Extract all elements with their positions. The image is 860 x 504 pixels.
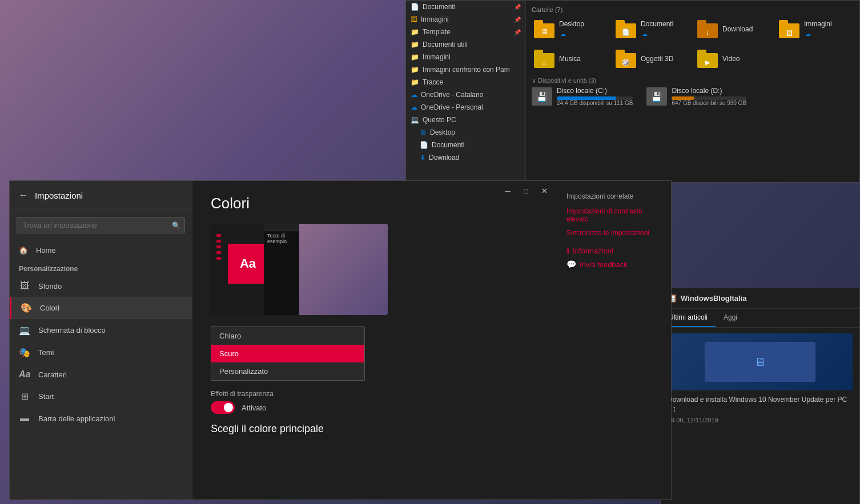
barra-icon: ▬ bbox=[19, 413, 30, 424]
preview-landscape bbox=[299, 224, 388, 315]
home-label: Home bbox=[36, 246, 56, 255]
related-link-contrasto[interactable]: Impostazioni di contrasto elevato bbox=[566, 207, 662, 223]
sidebar-item-label: Template bbox=[423, 28, 451, 36]
folders-grid-2: ♫ Musica 🎲 Oggetti 3D ▶ bbox=[532, 47, 854, 70]
sidebar-item-docutili[interactable]: 📁 Documenti utili bbox=[406, 38, 525, 51]
toggle-thumb bbox=[224, 403, 233, 412]
info-icon: ℹ bbox=[566, 246, 569, 255]
disk-name: Disco locale (C:) bbox=[557, 87, 633, 95]
news-header: 🪟 WindowsBlogItalia bbox=[661, 288, 859, 309]
folder-desktop[interactable]: 🖥 Desktop ☁ bbox=[532, 18, 609, 41]
nav-label: Caratteri bbox=[38, 370, 67, 379]
sidebar-item-sfondo[interactable]: 🖼 Sfondo bbox=[10, 275, 192, 297]
folder-oggetti3d[interactable]: 🎲 Oggetti 3D bbox=[613, 47, 690, 70]
sidebar-item-temi[interactable]: 🎭 Temi bbox=[10, 341, 192, 364]
related-title: Impostazioni correlate bbox=[566, 192, 662, 200]
news-tab-aggi[interactable]: Aggi bbox=[716, 309, 745, 327]
colori-icon: 🎨 bbox=[21, 303, 32, 313]
informazioni-row[interactable]: ℹ Informazioni bbox=[566, 246, 662, 255]
preview-dark-strip: Testo di esempio bbox=[264, 224, 299, 315]
news-article-image: 🖥 bbox=[668, 333, 853, 390]
start-icon: ⊞ bbox=[19, 391, 30, 402]
news-brand: WindowsBlogItalia bbox=[681, 294, 746, 303]
sidebar-item-documenti-nav[interactable]: 📄 Documenti bbox=[406, 139, 525, 151]
settings-title: Impostazioni bbox=[35, 191, 83, 200]
sidebar-item-download-nav[interactable]: ⬇ Download bbox=[406, 151, 525, 164]
folder-video[interactable]: ▶ Video bbox=[695, 47, 772, 70]
schermata-icon: 💻 bbox=[19, 325, 30, 336]
theme-dropdown[interactable]: Chiaro Scuro Personalizzato bbox=[211, 326, 365, 381]
sidebar-item-label: Download bbox=[429, 154, 459, 162]
folder-name: Oggetti 3D bbox=[641, 55, 673, 63]
news-article-text: Download e installa Windows 10 November … bbox=[668, 395, 853, 414]
preview-bars bbox=[216, 234, 221, 260]
sidebar-item-documenti1[interactable]: 📄 Documenti 📌 bbox=[406, 1, 525, 13]
folder-musica[interactable]: ♫ Musica bbox=[532, 47, 609, 70]
related-link-sincronizza[interactable]: Sincronizza le impostazioni bbox=[566, 229, 662, 237]
preview-aa-box: Aa bbox=[228, 244, 268, 284]
minimize-button[interactable]: ─ bbox=[500, 184, 516, 197]
file-explorer-sidebar: 📄 Documenti 📌 🖼 Immagini 📌 📁 Template 📌 … bbox=[406, 1, 526, 183]
disk-info: Disco locale (D:) 647 GB disponibili su … bbox=[672, 87, 746, 106]
sidebar-item-colori[interactable]: 🎨 Colori bbox=[10, 297, 192, 319]
settings-search-bar: 🔍 bbox=[17, 217, 185, 233]
disk-d[interactable]: 💾 Disco locale (D:) 647 GB disponibili s… bbox=[646, 87, 746, 106]
sidebar-item-label: Documenti bbox=[432, 141, 464, 149]
monitor-icon: 🖥 bbox=[754, 356, 766, 369]
sidebar-item-barra[interactable]: ▬ Barra delle applicazioni bbox=[10, 408, 192, 429]
sidebar-item-home[interactable]: 🏠 Home bbox=[10, 240, 192, 260]
transparency-toggle[interactable] bbox=[211, 401, 235, 414]
preview-sample-text: Testo di esempio bbox=[264, 231, 299, 247]
folder-name: Video bbox=[722, 55, 740, 63]
sidebar-item-onedrivecatalano[interactable]: ☁ OneDrive - Catalano bbox=[406, 88, 525, 101]
sidebar-item-label: OneDrive - Catalano bbox=[421, 91, 483, 99]
sidebar-item-label: Desktop bbox=[430, 128, 455, 136]
feedback-label: Invia feedback bbox=[580, 260, 628, 269]
devices-section-title[interactable]: ∨ Dispositivi e unità (3) bbox=[532, 77, 854, 84]
pin-icon: 📌 bbox=[514, 4, 521, 10]
sidebar-item-desktop-nav[interactable]: 🖥 Desktop bbox=[406, 126, 525, 139]
sidebar-item-start[interactable]: ⊞ Start bbox=[10, 385, 192, 408]
dropdown-item-chiaro[interactable]: Chiaro bbox=[211, 327, 364, 345]
sidebar-item-immaginiconfronto[interactable]: 📁 Immagini confronto con Pam bbox=[406, 63, 525, 76]
settings-main-content: ─ □ ✕ Colori Aa bbox=[192, 181, 557, 499]
sidebar-item-immagini1[interactable]: 🖼 Immagini 📌 bbox=[406, 13, 525, 26]
sidebar-item-onedrivePersonal[interactable]: ☁ OneDrive - Personal bbox=[406, 101, 525, 114]
sidebar-item-immagini2[interactable]: 📁 Immagini bbox=[406, 51, 525, 63]
cloud-icon: ☁ bbox=[642, 31, 648, 37]
folder-documenti[interactable]: 📄 Documenti ☁ bbox=[613, 18, 690, 41]
folder-download[interactable]: ↓ Download bbox=[695, 18, 772, 41]
search-icon: 🔍 bbox=[172, 221, 180, 229]
sidebar-item-schermata[interactable]: 💻 Schermata di blocco bbox=[10, 319, 192, 341]
folder-name: Download bbox=[722, 25, 753, 33]
disk-name: Disco locale (D:) bbox=[672, 87, 746, 95]
nav-label: Schermata di blocco bbox=[38, 326, 106, 334]
settings-header: ← Impostazioni bbox=[10, 181, 192, 210]
folder-name: Musica bbox=[559, 55, 581, 63]
news-tabs: Ultimi articoli Aggi bbox=[661, 309, 859, 328]
sidebar-item-template[interactable]: 📁 Template 📌 bbox=[406, 26, 525, 38]
preview-dark-bg: Aa Testo di esempio bbox=[211, 224, 299, 315]
disk-info: Disco locale (C:) 24,4 GB disponibili su… bbox=[557, 87, 633, 106]
cloud-icon: ☁ bbox=[560, 31, 566, 37]
nav-label: Temi bbox=[38, 348, 54, 357]
sidebar-item-questopc[interactable]: 💻 Questo PC bbox=[406, 114, 525, 126]
folders-grid: 🖥 Desktop ☁ 📄 Documenti ☁ bbox=[532, 18, 854, 41]
feedback-row[interactable]: 💬 Invia feedback bbox=[566, 260, 662, 269]
personalizzazione-label: Personalizzazione bbox=[10, 260, 192, 275]
dropdown-item-scuro[interactable]: Scuro bbox=[211, 345, 364, 362]
search-input[interactable] bbox=[17, 217, 185, 233]
folder-immagini[interactable]: 🖼 Immagini ☁ bbox=[777, 18, 854, 41]
back-button[interactable]: ← bbox=[19, 190, 28, 200]
disk-c[interactable]: 💾 Disco locale (C:) 24,4 GB disponibili … bbox=[532, 87, 633, 106]
sidebar-item-tracce[interactable]: 📁 Tracce bbox=[406, 76, 525, 88]
close-button[interactable]: ✕ bbox=[536, 184, 552, 197]
nav-label: Sfondo bbox=[38, 282, 62, 291]
maximize-button[interactable]: □ bbox=[518, 184, 534, 197]
sidebar-item-caratteri[interactable]: Aa Caratteri bbox=[10, 364, 192, 385]
sidebar-item-label: Immagini confronto con Pam bbox=[423, 66, 510, 74]
nav-label: Colori bbox=[40, 304, 59, 312]
dropdown-item-personalizzato[interactable]: Personalizzato bbox=[211, 362, 364, 380]
disk-size: 647 GB disponibili su 930 GB bbox=[672, 100, 746, 106]
sidebar-item-label: Documenti bbox=[423, 3, 455, 11]
